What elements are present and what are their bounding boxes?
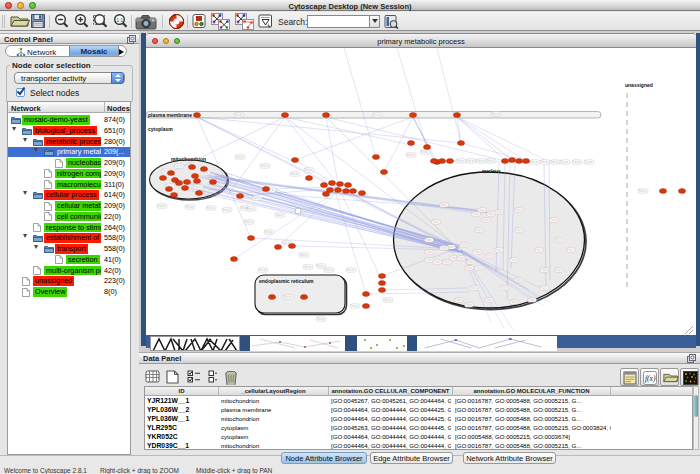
svg-text:Yxx xx: Yxx xx: [551, 160, 559, 164]
svg-text:Yxx xx: Yxx xx: [223, 208, 231, 212]
svg-text:Yxxxx: Yxxxx: [432, 220, 440, 224]
svg-text:Yxx xx: Yxx xx: [467, 159, 475, 163]
svg-text:Yxxxx: Yxxxx: [482, 218, 490, 222]
svg-text:Yxx xx: Yxx xx: [541, 160, 549, 164]
svg-text:Yxx xx: Yxx xx: [407, 153, 415, 157]
svg-text:Yxx xx: Yxx xx: [317, 264, 325, 268]
svg-text:Yxxxx: Yxxxx: [515, 208, 523, 212]
svg-text:Yxxxx: Yxxxx: [475, 228, 483, 232]
svg-text:Yxxxx: Yxxxx: [550, 218, 558, 222]
svg-text:Yxx xx: Yxx xx: [253, 196, 261, 200]
svg-text:Yxx xx: Yxx xx: [304, 265, 312, 269]
svg-text:Yxxxx: Yxxxx: [515, 278, 523, 282]
svg-text:Yxx xx: Yxx xx: [265, 230, 273, 234]
svg-text:Yxxxx: Yxxxx: [473, 250, 481, 254]
svg-text:Yxxxx: Yxxxx: [478, 208, 486, 212]
svg-text:Yxxxx: Yxxxx: [425, 258, 433, 262]
svg-text:Yxxxx: Yxxxx: [465, 303, 473, 307]
svg-text:Yxx xx: Yxx xx: [457, 159, 465, 163]
svg-text:Yxxxx: Yxxxx: [425, 250, 433, 254]
svg-text:Yxx xx: Yxx xx: [477, 159, 485, 163]
svg-text:Yxx xx: Yxx xx: [291, 172, 299, 176]
svg-text:Yxxxx: Yxxxx: [485, 254, 493, 258]
svg-text:Yxx xx: Yxx xx: [561, 160, 569, 164]
svg-text:Yxx xx: Yxx xx: [194, 185, 202, 189]
svg-text:Yxxxx: Yxxxx: [472, 212, 480, 216]
svg-text:Yxxxx: Yxxxx: [425, 238, 433, 242]
svg-text:Yxxxx: Yxxxx: [528, 298, 536, 302]
svg-text:Yxxxx: Yxxxx: [433, 260, 441, 264]
svg-text:Yxx xx: Yxx xx: [207, 206, 215, 210]
svg-text:Yxx xx: Yxx xx: [325, 268, 333, 272]
svg-text:Yxxxx: Yxxxx: [465, 266, 473, 270]
svg-text:Yxx xx: Yxx xx: [347, 268, 355, 272]
svg-text:Yxxxx: Yxxxx: [540, 268, 548, 272]
svg-text:Yxx xx: Yxx xx: [317, 317, 325, 321]
svg-text:Yxxxx: Yxxxx: [460, 243, 468, 247]
svg-text:Yxx xx: Yxx xx: [492, 112, 500, 116]
svg-text:Yxx xx: Yxx xx: [247, 207, 255, 211]
svg-text:Yxx xx: Yxx xx: [351, 304, 359, 308]
svg-text:Yxxxx: Yxxxx: [475, 266, 483, 270]
svg-text:Yxx xx: Yxx xx: [421, 150, 429, 154]
svg-text:plasma membrane: plasma membrane: [148, 112, 192, 118]
svg-text:1:1: 1:1: [117, 18, 124, 23]
svg-text:Yxxxx: Yxxxx: [447, 245, 455, 249]
svg-text:Yxx xx: Yxx xx: [305, 168, 313, 172]
svg-text:mitochondrion: mitochondrion: [171, 156, 206, 162]
svg-text:Yxx xx: Yxx xx: [639, 189, 647, 193]
svg-text:Yxx xx: Yxx xx: [573, 160, 581, 164]
svg-text:Yxxxx: Yxxxx: [515, 228, 523, 232]
svg-text:Yxxxx: Yxxxx: [440, 203, 448, 207]
svg-text:Yxx xx: Yxx xx: [276, 213, 284, 217]
svg-text:Yxxxx: Yxxxx: [567, 248, 575, 252]
svg-text:Yxx xx: Yxx xx: [373, 113, 381, 117]
svg-text:endoplasmic reticulum: endoplasmic reticulum: [259, 278, 314, 284]
svg-text:Yxx xx: Yxx xx: [201, 171, 209, 175]
svg-text:Yxxxx: Yxxxx: [467, 260, 475, 264]
svg-text:Yxxxx: Yxxxx: [510, 258, 518, 262]
svg-text:Yxxxx: Yxxxx: [555, 238, 563, 242]
svg-text:Yxx xx: Yxx xx: [585, 160, 593, 164]
svg-text:Yxx xx: Yxx xx: [186, 205, 194, 209]
svg-text:Yxxxx: Yxxxx: [535, 248, 543, 252]
svg-text:Yxxxx: Yxxxx: [500, 286, 508, 290]
svg-text:nucleus: nucleus: [482, 168, 501, 174]
svg-text:cytoplasm: cytoplasm: [148, 126, 173, 132]
svg-text:Yxx xx: Yxx xx: [236, 155, 244, 159]
svg-text:Yxxxx: Yxxxx: [510, 300, 518, 304]
svg-text:Yxxxx: Yxxxx: [440, 246, 448, 250]
svg-text:Yxx xx: Yxx xx: [284, 295, 292, 299]
svg-text:Yxx xx: Yxx xx: [175, 164, 183, 168]
svg-text:Yxx xx: Yxx xx: [300, 253, 308, 257]
svg-text:Yxxxx: Yxxxx: [495, 210, 503, 214]
svg-text:Yxx xx: Yxx xx: [259, 268, 267, 272]
svg-text:Yxx xx: Yxx xx: [384, 298, 392, 302]
svg-text:Yxxxx: Yxxxx: [485, 298, 493, 302]
svg-text:Yxxxx: Yxxxx: [455, 298, 463, 302]
svg-text:Yxxxx: Yxxxx: [487, 212, 495, 216]
svg-text:Yxx xx: Yxx xx: [235, 113, 243, 117]
svg-text:Yxxxx: Yxxxx: [495, 248, 503, 252]
svg-text:unassigned: unassigned: [625, 82, 653, 88]
svg-text:Yxx xx: Yxx xx: [531, 160, 539, 164]
svg-text:Yxx xx: Yxx xx: [245, 220, 253, 224]
svg-text:Yxx xx: Yxx xx: [487, 159, 495, 163]
svg-text:f(x): f(x): [645, 374, 656, 383]
svg-text:Yxxxx: Yxxxx: [555, 268, 563, 272]
svg-text:Yxx xx: Yxx xx: [261, 164, 269, 168]
svg-text:Yxxxx: Yxxxx: [470, 286, 478, 290]
svg-text:Yxx xx: Yxx xx: [158, 204, 166, 208]
svg-text:Yxxxx: Yxxxx: [540, 286, 548, 290]
svg-text:Yxxxx: Yxxxx: [443, 260, 451, 264]
svg-text:Yxxxx: Yxxxx: [457, 256, 465, 260]
